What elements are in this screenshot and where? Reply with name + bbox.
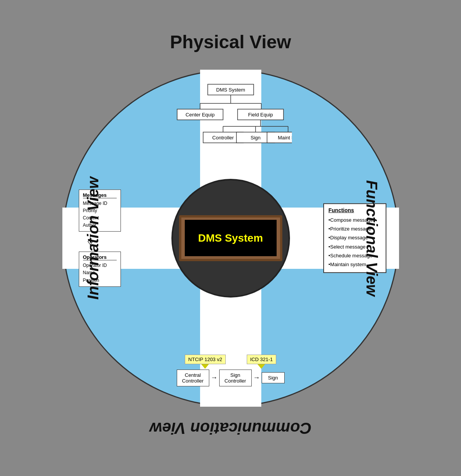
information-view-label: Information View: [84, 177, 101, 299]
functional-view-label: Functional View: [363, 180, 380, 296]
icd-arrow: [257, 364, 265, 369]
arrow-2: →: [253, 374, 260, 382]
ntcip-protocol-wrapper: NTCIP 1203 v2: [185, 355, 226, 369]
outer-circle: DMS System DMS System Center Equip: [62, 70, 399, 407]
protocol-row: NTCIP 1203 v2 ICD 321-1: [185, 355, 276, 369]
center-circle: DMS System: [171, 179, 290, 298]
field-equip-label: Field Equip: [248, 112, 273, 118]
sign-controller-box: SignController: [219, 370, 252, 386]
arrow-1: →: [211, 374, 218, 382]
dms-system-label: DMS System: [216, 87, 245, 93]
icd-label: ICD 321-1: [247, 355, 276, 364]
icd-protocol-wrapper: ICD 321-1: [247, 355, 276, 369]
comm-sign-box: Sign: [262, 372, 285, 383]
dms-sign: DMS System: [179, 215, 282, 261]
maint-pc-label: Maint PC: [278, 135, 292, 141]
physical-view-label: Physical View: [170, 31, 291, 52]
center-equip-label: Center Equip: [186, 112, 215, 118]
sign-label: Sign: [250, 135, 260, 141]
ntcip-label: NTCIP 1203 v2: [185, 355, 226, 364]
diagram-container: Physical View Information View Functiona…: [43, 28, 418, 449]
comm-boxes-row: CentralController → SignController → Sig…: [177, 370, 285, 386]
central-controller-box: CentralController: [177, 370, 209, 386]
dms-sign-inner: DMS System: [185, 220, 277, 256]
dms-sign-text: DMS System: [198, 232, 263, 244]
physical-tree-svg: DMS System Center Equip Field Equip: [169, 82, 292, 151]
communication-view-section: NTCIP 1203 v2 ICD 321-1 CentralControlle…: [177, 355, 285, 386]
ntcip-arrow: [201, 364, 209, 369]
communication-view-label: Communication View: [150, 419, 311, 437]
controller-label: Controller: [212, 135, 234, 141]
